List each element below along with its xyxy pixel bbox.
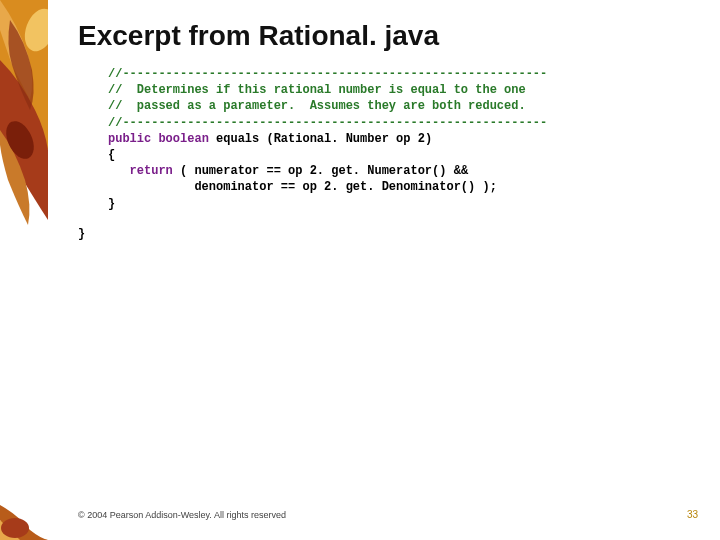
brace-close: } xyxy=(108,197,115,211)
keyword-public: public xyxy=(108,132,151,146)
code-block: //--------------------------------------… xyxy=(108,66,690,212)
svg-point-3 xyxy=(1,518,29,538)
outer-brace-close: } xyxy=(78,226,690,242)
brace-open: { xyxy=(108,148,115,162)
page-number: 33 xyxy=(687,509,698,520)
slide-content: Excerpt from Rational. java //----------… xyxy=(78,20,690,242)
return-expr-2: denominator == op 2. get. Denominator() … xyxy=(108,180,497,194)
code-comment-sep1: //--------------------------------------… xyxy=(108,67,547,81)
code-comment-line1: // Determines if this rational number is… xyxy=(108,83,526,97)
return-expr-1: ( numerator == op 2. get. Numerator() && xyxy=(173,164,468,178)
decorative-leaf-strip xyxy=(0,0,48,540)
slide-title: Excerpt from Rational. java xyxy=(78,20,690,52)
keyword-boolean: boolean xyxy=(158,132,208,146)
code-comment-sep2: //--------------------------------------… xyxy=(108,116,547,130)
copyright-footer: © 2004 Pearson Addison-Wesley. All right… xyxy=(78,510,286,520)
keyword-return: return xyxy=(130,164,173,178)
code-comment-line2: // passed as a parameter. Assumes they a… xyxy=(108,99,526,113)
method-signature-rest: equals (Rational. Number op 2) xyxy=(209,132,432,146)
